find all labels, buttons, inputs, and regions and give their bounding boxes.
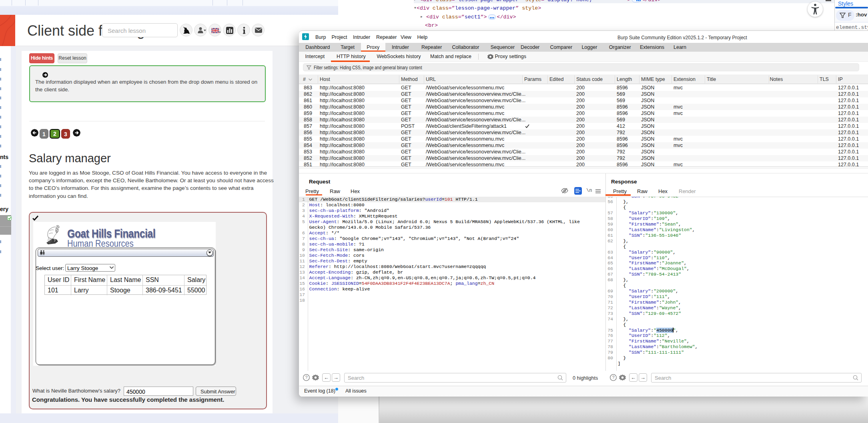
svg-text:?: ? bbox=[305, 375, 307, 380]
svg-text:?: ? bbox=[612, 375, 614, 380]
